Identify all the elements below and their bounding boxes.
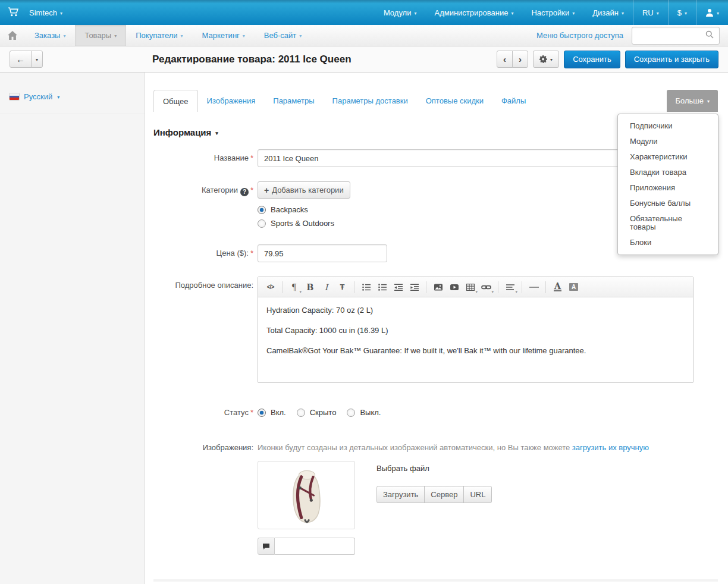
editor-bold-button[interactable]: B bbox=[302, 280, 318, 294]
category-option-0[interactable]: Backpacks bbox=[258, 205, 350, 214]
editor-unordered-list-button[interactable] bbox=[358, 280, 374, 294]
editor-strike-button[interactable]: Ŧ bbox=[334, 280, 350, 294]
topbar-menu-3[interactable]: Дизайн▾ bbox=[583, 0, 633, 25]
editor-align-button[interactable] bbox=[502, 280, 518, 294]
paragraph-icon: ¶ bbox=[291, 283, 297, 291]
chevron-down-icon: ▾ bbox=[717, 11, 719, 16]
more-menu-item-4[interactable]: Приложения bbox=[618, 180, 718, 196]
brand-menu[interactable]: Simtech ▾ bbox=[29, 8, 62, 17]
editor-background-color-button[interactable]: A bbox=[566, 280, 582, 294]
cart-icon[interactable] bbox=[8, 7, 20, 19]
status-option-2[interactable]: Выкл. bbox=[347, 408, 381, 417]
radio-icon[interactable] bbox=[258, 219, 266, 228]
save-and-close-button[interactable]: Сохранить и закрыть bbox=[625, 51, 718, 68]
user-account-menu[interactable]: ▾ bbox=[696, 0, 728, 25]
image-alt-input[interactable] bbox=[275, 538, 355, 555]
category-option-1[interactable]: Sports & Outdoors bbox=[258, 219, 350, 228]
prev-product-button[interactable]: ‹ bbox=[497, 51, 513, 68]
radio-icon[interactable] bbox=[347, 409, 355, 417]
editor-code-button[interactable]: </> bbox=[262, 280, 278, 294]
navbar-item-3[interactable]: Маркетинг▾ bbox=[193, 25, 255, 46]
editor-video-button[interactable] bbox=[446, 280, 462, 294]
currency-selector[interactable]: $▾ bbox=[668, 0, 696, 25]
more-menu-item-3[interactable]: Вкладки товара bbox=[618, 165, 718, 180]
tab-3[interactable]: Параметры доставки bbox=[324, 90, 417, 112]
more-menu-item-5[interactable]: Бонусные баллы bbox=[618, 196, 718, 211]
more-tabs-button[interactable]: Больше ▾ bbox=[667, 90, 718, 112]
editor-paragraph-button[interactable]: ¶ bbox=[286, 280, 302, 294]
gear-icon bbox=[539, 55, 547, 63]
file-source-button-1[interactable]: Сервер bbox=[424, 486, 464, 503]
editor-content[interactable]: Hydration Capacity: 70 oz (2 L)Total Cap… bbox=[258, 297, 693, 382]
editor-link-button[interactable] bbox=[478, 280, 494, 294]
chevron-right-icon: › bbox=[519, 55, 522, 64]
images-label: Изображения: bbox=[153, 439, 253, 452]
tab-5[interactable]: Файлы bbox=[492, 90, 535, 112]
navbar-item-2[interactable]: Покупатели▾ bbox=[126, 25, 192, 46]
help-icon[interactable]: ? bbox=[240, 188, 249, 196]
link-icon bbox=[481, 282, 491, 292]
more-menu-item-2[interactable]: Характеристики bbox=[618, 149, 718, 165]
more-menu-item-6[interactable]: Обязательные товары bbox=[618, 211, 718, 235]
navbar-item-1[interactable]: Товары▾ bbox=[75, 25, 126, 46]
chevron-down-icon: ▾ bbox=[414, 11, 416, 16]
status-option-0[interactable]: Вкл. bbox=[258, 408, 286, 417]
editor-horizontal-rule-button[interactable] bbox=[526, 280, 542, 294]
radio-icon[interactable] bbox=[258, 409, 266, 417]
align-icon bbox=[506, 282, 515, 292]
comment-icon bbox=[262, 543, 270, 550]
language-label: Русский bbox=[24, 92, 52, 101]
topbar-menu-1[interactable]: Администрирование▾ bbox=[425, 0, 522, 25]
back-button[interactable]: ← bbox=[10, 51, 32, 68]
radio-icon[interactable] bbox=[297, 409, 305, 417]
settings-gear-button[interactable]: ▾ bbox=[533, 51, 559, 68]
save-button[interactable]: Сохранить bbox=[564, 51, 620, 68]
radio-icon[interactable] bbox=[258, 206, 266, 214]
chevron-down-icon: ▾ bbox=[511, 11, 513, 16]
editor-italic-button[interactable]: I bbox=[318, 280, 334, 294]
status-option-1[interactable]: Скрыто bbox=[297, 408, 337, 417]
image-alt-group bbox=[258, 538, 355, 555]
more-menu-item-7[interactable]: Блоки bbox=[618, 235, 718, 250]
russian-flag-icon bbox=[10, 93, 19, 100]
editor-outdent-button[interactable] bbox=[390, 280, 406, 294]
more-menu-item-0[interactable]: Подписчики bbox=[618, 118, 718, 134]
more-menu-item-1[interactable]: Модули bbox=[618, 134, 718, 149]
editor-text-color-button[interactable]: A bbox=[550, 280, 566, 294]
image-icon bbox=[434, 282, 443, 292]
locale-selector[interactable]: RU▾ bbox=[633, 0, 668, 25]
image-comment-addon[interactable] bbox=[258, 538, 275, 555]
search-icon[interactable] bbox=[705, 30, 714, 40]
home-button[interactable] bbox=[0, 25, 25, 46]
tab-4[interactable]: Оптовые скидки bbox=[417, 90, 492, 112]
back-dropdown-button[interactable]: ▾ bbox=[31, 51, 43, 68]
price-label: Цена ($):* bbox=[153, 244, 253, 258]
file-source-button-2[interactable]: URL bbox=[463, 486, 492, 503]
tab-1[interactable]: Изображения bbox=[198, 90, 265, 112]
toolbar-separator bbox=[545, 281, 546, 293]
editor-image-button[interactable] bbox=[430, 280, 446, 294]
file-source-button-0[interactable]: Загрузить bbox=[376, 486, 425, 503]
tab-2[interactable]: Параметры bbox=[264, 90, 323, 112]
topbar-menu-0[interactable]: Модули▾ bbox=[375, 0, 426, 25]
name-label: Название* bbox=[153, 149, 253, 162]
editor-indent-button[interactable] bbox=[406, 280, 422, 294]
tab-0[interactable]: Общее bbox=[153, 90, 198, 112]
language-selector[interactable]: Русский ▾ bbox=[10, 92, 59, 101]
editor-table-button[interactable] bbox=[462, 280, 478, 294]
navbar-item-0[interactable]: Заказы▾ bbox=[25, 25, 75, 46]
quick-access-menu-link[interactable]: Меню быстрого доступа bbox=[536, 31, 623, 40]
price-input[interactable] bbox=[258, 244, 387, 262]
navbar-item-4[interactable]: Веб-сайт▾ bbox=[255, 25, 312, 46]
categories-label: Категории?* bbox=[153, 181, 253, 195]
add-categories-button[interactable]: + Добавить категории bbox=[258, 181, 350, 199]
upload-manually-link[interactable]: загрузить их вручную bbox=[572, 443, 649, 452]
chevron-left-icon: ‹ bbox=[503, 55, 506, 64]
editor-ordered-list-button[interactable] bbox=[374, 280, 390, 294]
horizontal-rule-icon bbox=[529, 282, 539, 292]
text-color-icon: A bbox=[554, 282, 561, 291]
chevron-down-icon: ▾ bbox=[181, 33, 183, 39]
topbar-menu-2[interactable]: Настройки▾ bbox=[522, 0, 583, 25]
next-product-button[interactable]: › bbox=[512, 51, 528, 68]
product-image-thumbnail[interactable] bbox=[258, 461, 355, 529]
